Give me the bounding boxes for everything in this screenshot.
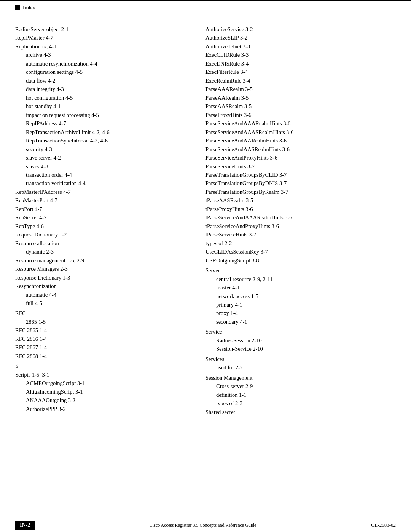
list-item: AuthorizeService 3-2 [206, 25, 396, 34]
list-item: RepIPAddress 4-7 [15, 119, 190, 128]
list-item: AltigaIncomingScript 3-1 [15, 388, 190, 396]
list-item: ExecCLIDRule 3-3 [206, 51, 396, 59]
list-item: RadiusServer object 2-1 [15, 25, 190, 34]
list-item: Response Dictionary 1-3 [15, 273, 190, 282]
list-item: RepIPMaster 4-7 [15, 34, 190, 42]
list-item: central resource 2-9, 2-11 [206, 275, 396, 283]
list-item: RFC 2865 1-4 [15, 326, 190, 334]
list-item: primary 4-1 [206, 300, 396, 309]
footer-doc-number: OL-2683-02 [371, 522, 396, 528]
list-item: tParseAASRealm 3-5 [206, 196, 396, 204]
list-item: AuthorizePPP 3-2 [15, 405, 190, 413]
list-item: impact on request processing 4-5 [15, 111, 190, 119]
page-number: IN-2 [15, 521, 35, 530]
list-item: security 4-3 [15, 145, 190, 153]
list-item: AuthorizeTelnet 3-3 [206, 42, 396, 51]
list-item: ExecRealmRule 3-4 [206, 77, 396, 85]
list-item: ExecFilterRule 3-4 [206, 68, 396, 76]
list-item: ParseAAARealm 3-5 [206, 85, 396, 93]
list-item: Request Dictionary 1-2 [15, 230, 190, 239]
list-item: RFC 2868 1-4 [15, 352, 190, 360]
list-item: proxy 1-4 [206, 309, 396, 317]
list-item: slave server 4-2 [15, 153, 190, 162]
list-item: Resource Managers 2-3 [15, 265, 190, 273]
page-footer: IN-2 Cisco Access Registrar 3.5 Concepts… [0, 518, 411, 532]
list-item: Shared secret [206, 408, 396, 416]
list-item: ParseAASRealm 3-5 [206, 102, 396, 110]
header-index: Index [15, 5, 35, 11]
list-item: ParseServiceAndAASRealmHints 3-6 [206, 145, 396, 153]
list-item: master 4-1 [206, 283, 396, 292]
list-item: ParseTranslationGroupsByRealm 3-7 [206, 188, 396, 196]
list-item: tParseServiceHints 3-7 [206, 230, 396, 239]
list-item: ParseServiceAndAARealmHints 3-6 [206, 136, 396, 145]
list-item: Session-Service 2-10 [206, 345, 396, 353]
list-item: definition 1-1 [206, 391, 396, 399]
list-item: Services [206, 355, 396, 363]
list-item: ParseTranslationGroupsByCLID 3-7 [206, 171, 396, 179]
list-item: ParseServiceAndProxyHints 3-6 [206, 153, 396, 162]
list-item: Server [206, 266, 396, 275]
list-item: Cross-server 2-9 [206, 382, 396, 390]
list-item: 2865 1-5 [15, 318, 190, 326]
list-item: full 4-5 [15, 299, 190, 307]
list-item: RFC [15, 309, 190, 317]
list-item: Resource allocation [15, 239, 190, 248]
list-item: USROutgoingScript 3-8 [206, 256, 396, 265]
list-item: secondary 4-1 [206, 318, 396, 326]
list-item: RepSecret 4-7 [15, 213, 190, 222]
list-item: tParseServiceAndProxyHints 3-6 [206, 222, 396, 230]
list-item: ACMEOutgoingScript 3-1 [15, 379, 190, 387]
page-container: Index RadiusServer object 2-1 RepIPMaste… [0, 0, 411, 532]
list-item: transaction order 4-4 [15, 171, 190, 179]
list-item: Radius-Session 2-10 [206, 336, 396, 345]
left-index-entries: RadiusServer object 2-1 RepIPMaster 4-7 … [15, 25, 190, 413]
list-item: transaction verification 4-4 [15, 179, 190, 187]
list-item: ParseTranslationGroupsByDNIS 3-7 [206, 179, 396, 187]
list-item: RepType 4-6 [15, 222, 190, 230]
list-item: ExecDNISRule 3-4 [206, 59, 396, 68]
list-item: tParseServiceAndAAARealmHints 3-6 [206, 213, 396, 222]
header-index-label: Index [23, 5, 35, 11]
footer-title: Cisco Access Registrar 3.5 Concepts and … [150, 522, 256, 528]
list-item: Scripts 1-5, 3-1 [15, 371, 190, 379]
list-item: ParseServiceHints 3-7 [206, 162, 396, 171]
list-item: Resource management 1-6, 2-9 [15, 256, 190, 265]
list-item: hot configuration 4-5 [15, 94, 190, 102]
list-item: RFC 2867 1-4 [15, 343, 190, 351]
list-item: ANAAAOutgoing 3-2 [15, 396, 190, 404]
list-item: ParseServiceAndAAARealmHints 3-6 [206, 119, 396, 128]
list-item: RepPort 4-7 [15, 205, 190, 213]
list-item: RepTransactionArchiveLimit 4-2, 4-6 [15, 128, 190, 136]
list-item: dynamic 2-3 [15, 248, 190, 256]
list-item: used for 2-2 [206, 363, 396, 372]
list-item: UseCLIDAsSessionKey 3-7 [206, 248, 396, 256]
top-border [0, 0, 411, 1]
list-item: configuration settings 4-5 [15, 68, 190, 76]
list-item: Session Management [206, 374, 396, 382]
list-item: Replication ix, 4-1 [15, 42, 190, 51]
list-item: Resynchronization [15, 282, 190, 290]
list-item: hot-standby 4-1 [15, 102, 190, 110]
list-item: RepMasterIPAddress 4-7 [15, 188, 190, 196]
list-item: ParseAARealm 3-5 [206, 94, 396, 102]
list-item: Service [206, 328, 396, 336]
content-area: RadiusServer object 2-1 RepIPMaster 4-7 … [0, 14, 411, 439]
list-item: automatic resynchronization 4-4 [15, 59, 190, 68]
list-item: RepMasterPort 4-7 [15, 196, 190, 204]
list-item: data integrity 4-3 [15, 85, 190, 93]
right-index-entries: AuthorizeService 3-2 AuthorizeSLIP 3-2 A… [206, 25, 396, 416]
page-header: Index [0, 0, 411, 14]
header-square-icon [15, 5, 20, 10]
list-item: AuthorizeSLIP 3-2 [206, 34, 396, 42]
list-item: RFC 2866 1-4 [15, 335, 190, 343]
list-item: RepTransactionSyncInterval 4-2, 4-6 [15, 136, 190, 145]
list-item: types of 2-2 [206, 239, 396, 248]
list-item: automatic 4-4 [15, 291, 190, 299]
list-item: slaves 4-8 [15, 162, 190, 171]
list-item: tParseProxyHints 3-6 [206, 205, 396, 213]
header-right-line [397, 0, 397, 23]
list-item: S [15, 362, 190, 370]
left-column: RadiusServer object 2-1 RepIPMaster 4-7 … [15, 25, 198, 416]
list-item: ParseProxyHints 3-6 [206, 111, 396, 119]
